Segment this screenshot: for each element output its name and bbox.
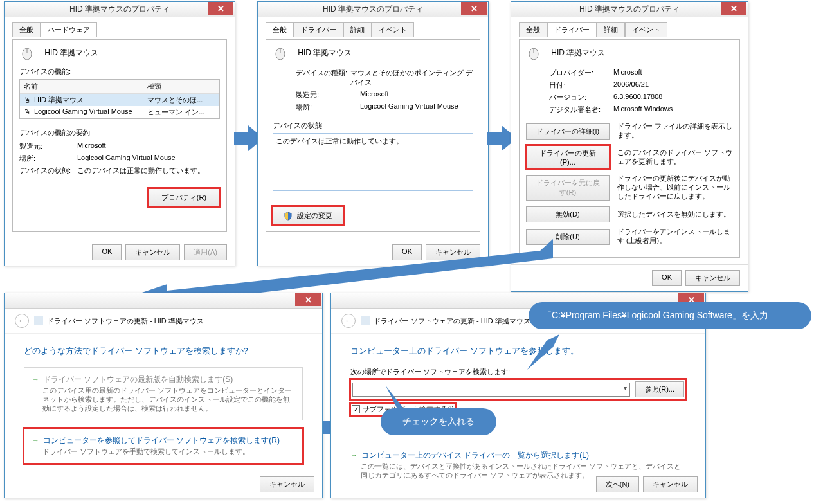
svg-marker-10	[527, 334, 559, 370]
arrow-right-icon: →	[350, 451, 357, 459]
browse-button[interactable]: 参照(R)...	[635, 381, 684, 397]
tab-general[interactable]: 全般	[12, 22, 41, 37]
device-name: HID 準拠マウス	[44, 48, 98, 57]
col-header-type[interactable]: 種類	[143, 80, 219, 93]
next-button[interactable]: 次へ(N)	[596, 476, 639, 492]
tab-details[interactable]: 詳細	[597, 22, 625, 37]
tab-driver[interactable]: ドライバー	[294, 22, 343, 37]
ok-button[interactable]: OK	[652, 270, 682, 286]
device-name: HID 準拠マウス	[298, 48, 352, 57]
window-title: HID 準拠マウスのプロパティ	[258, 4, 488, 15]
status-textarea[interactable]: このデバイスは正常に動作しています。	[273, 133, 473, 191]
tab-hardware[interactable]: ハードウェア	[41, 22, 97, 37]
driver-details-button[interactable]: ドライバーの詳細(I)	[526, 123, 610, 140]
wizard-heading: コンピューター上のドライバー ソフトウェアを参照します。	[350, 345, 686, 357]
checkbox-icon: ✓	[352, 405, 360, 413]
device-small-icon: 🖱	[24, 108, 33, 116]
titlebar	[5, 293, 322, 309]
device-functions-label: デバイスの機能:	[19, 67, 220, 76]
back-button[interactable]	[341, 314, 356, 328]
close-icon[interactable]	[295, 293, 321, 306]
option-browse-computer[interactable]: →コンピューターを参照してドライバー ソフトウェアを検索します(R) ドライバー…	[24, 428, 303, 464]
cancel-button[interactable]: キャンセル	[685, 270, 740, 286]
wizard-icon	[34, 316, 43, 325]
callout-tail	[527, 334, 559, 371]
arrow-right-icon: →	[32, 375, 39, 383]
tab-events[interactable]: イベント	[625, 22, 667, 37]
close-icon[interactable]	[208, 2, 233, 15]
titlebar: HID 準拠マウスのプロパティ	[5, 2, 235, 17]
window-title: HID 準拠マウスのプロパティ	[5, 4, 235, 15]
svg-marker-11	[386, 386, 405, 411]
tab-details[interactable]: 詳細	[343, 22, 372, 37]
mouse-icon	[273, 46, 291, 60]
driver-update-wizard-1: ドライバー ソフトウェアの更新 - HID 準拠マウス どのような方法でドライバ…	[4, 292, 323, 498]
device-list: 名前 種類 🖱HID 準拠マウス マウスとそのほ... 🖱Logicool Ga…	[19, 79, 220, 119]
tab-general[interactable]: 全般	[519, 22, 547, 37]
change-settings-button[interactable]: 設定の変更	[273, 206, 343, 225]
status-group-label: デバイスの状態	[273, 121, 473, 130]
driver-rollback-button: ドライバーを元に戻す(R)	[526, 175, 610, 201]
properties-window-2: HID 準拠マウスのプロパティ 全般 ドライバー 詳細 イベント HID 準拠マ…	[257, 1, 489, 266]
mouse-icon	[19, 46, 37, 60]
wizard-header: ドライバー ソフトウェアの更新 - HID 準拠マウス	[47, 316, 204, 326]
mouse-small-icon: 🖱	[24, 96, 33, 104]
mouse-icon	[526, 46, 544, 60]
device-name: HID 準拠マウス	[551, 48, 605, 57]
driver-update-button[interactable]: ドライバーの更新(P)...	[526, 145, 610, 169]
properties-button[interactable]: プロパティ(R)	[148, 188, 220, 207]
wizard-header: ドライバー ソフトウェアの更新 - HID 準拠マウス	[374, 316, 530, 326]
table-row[interactable]: 🖱HID 準拠マウス マウスとそのほ...	[20, 94, 219, 106]
wizard-icon	[361, 316, 370, 325]
titlebar: HID 準拠マウスのプロパティ	[511, 2, 748, 17]
search-location-label: 次の場所でドライバー ソフトウェアを検索します:	[350, 367, 686, 377]
cancel-button[interactable]: キャンセル	[260, 476, 314, 492]
tab-events[interactable]: イベント	[372, 22, 414, 37]
table-row[interactable]: 🖱Logicool Gaming Virtual Mouse ヒューマン イン.…	[20, 106, 219, 118]
titlebar: HID 準拠マウスのプロパティ	[258, 2, 488, 17]
ok-button[interactable]: OK	[92, 244, 122, 260]
cancel-button[interactable]: キャンセル	[643, 476, 698, 492]
summary-label: デバイスの機能の要約	[19, 128, 220, 138]
driver-disable-button[interactable]: 無効(D)	[526, 206, 610, 222]
shield-icon	[284, 212, 293, 221]
close-icon[interactable]	[721, 2, 746, 15]
close-icon[interactable]	[461, 2, 487, 15]
wizard-question: どのような方法でドライバー ソフトウェアを検索しますか?	[24, 345, 303, 357]
tab-driver[interactable]: ドライバー	[547, 22, 597, 37]
back-button[interactable]	[15, 314, 29, 328]
callout-tail	[386, 386, 412, 413]
window-title: HID 準拠マウスのプロパティ	[511, 4, 748, 15]
col-header-name[interactable]: 名前	[20, 80, 143, 93]
option-auto-search[interactable]: →ドライバー ソフトウェアの最新版を自動検索します(S) このデバイス用の最新の…	[24, 367, 303, 420]
properties-window-1: HID 準拠マウスのプロパティ 全般 ハードウェア HID 準拠マウス デバイス…	[4, 1, 235, 266]
tab-general[interactable]: 全般	[266, 22, 294, 37]
arrow-right-icon: →	[32, 437, 39, 444]
callout-path-input: 「C:¥Program Files¥Logicool Gaming Softwa…	[529, 302, 811, 329]
